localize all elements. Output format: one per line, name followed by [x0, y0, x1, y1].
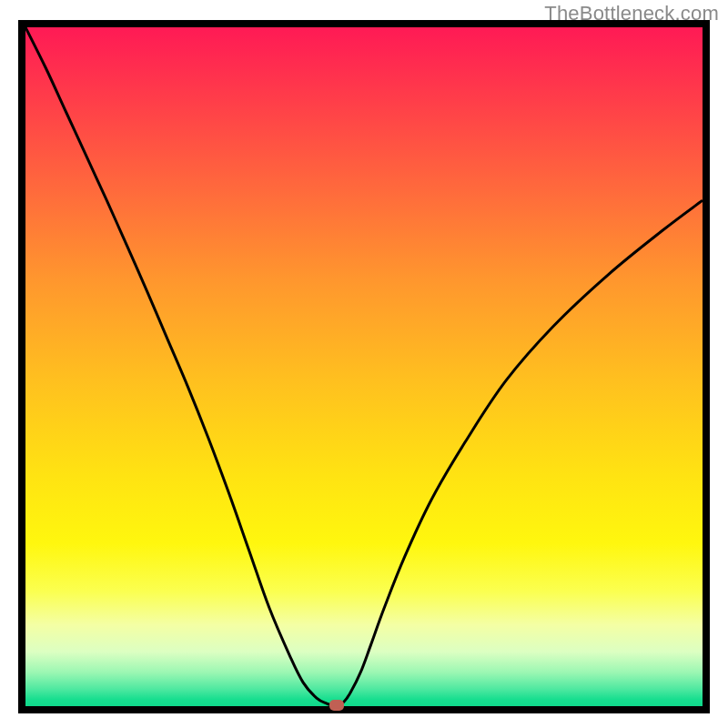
bottleneck-curve — [25, 27, 703, 706]
watermark-text: TheBottleneck.com — [544, 2, 719, 25]
minimum-marker — [329, 700, 344, 711]
chart-container: TheBottleneck.com — [0, 0, 728, 728]
curve-path — [25, 27, 703, 705]
plot-area — [18, 20, 710, 713]
